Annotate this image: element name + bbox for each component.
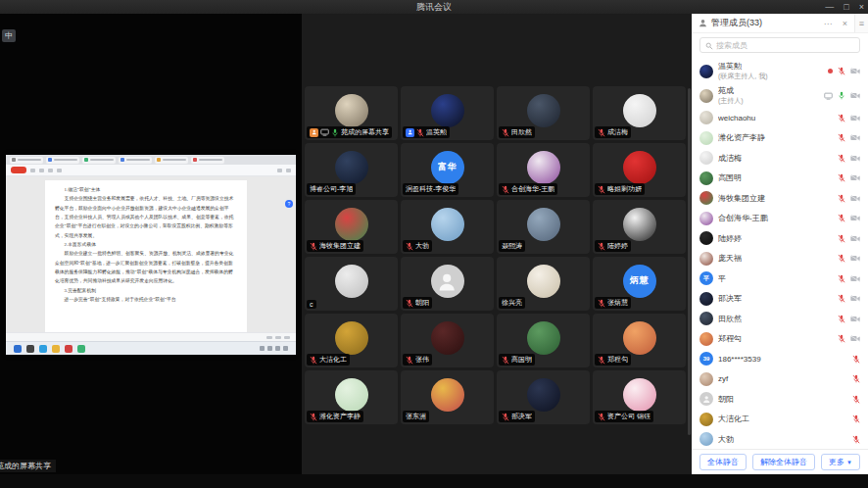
member-row[interactable]: 苑成(主持人) [692, 83, 868, 108]
member-name: zyf [718, 374, 847, 383]
video-tile[interactable]: 张伟 [401, 314, 494, 367]
member-avatar [699, 312, 713, 325]
close-button[interactable]: × [859, 0, 864, 14]
participant-avatar [527, 94, 560, 127]
video-tile[interactable]: 温英勲 [401, 86, 494, 140]
minimize-button[interactable]: — [825, 0, 834, 14]
video-tile[interactable]: 炳慧张炳慧 [593, 257, 686, 311]
member-row[interactable]: 邵决军 [692, 289, 868, 310]
participant-name: 资产公司 锦钰 [607, 412, 651, 421]
video-tile[interactable]: 略姐剩功妍 [593, 143, 686, 197]
video-tile[interactable]: 郑程勾 [593, 314, 686, 367]
video-tile[interactable]: 富华润盈科技-李俊华 [401, 143, 494, 197]
member-row[interactable]: 海牧集团立建 [692, 188, 868, 209]
chevron-down-icon: ▼ [846, 460, 852, 465]
panel-close-button[interactable]: × [840, 19, 850, 28]
mic-muted-icon [838, 254, 845, 263]
panel-menu-icon[interactable]: ≡ [854, 14, 868, 32]
member-row[interactable]: 平平 [692, 268, 868, 289]
host-badge-icon [310, 128, 318, 137]
member-row[interactable]: 温英勲(联席主持人, 我) [692, 59, 868, 83]
video-tile[interactable]: 苑成的屏幕共享 [305, 86, 398, 140]
video-tile[interactable]: c [305, 257, 398, 311]
member-name: weichaohu [718, 114, 833, 122]
tile-name-label: 略姐剩功妍 [595, 183, 645, 195]
member-avatar [699, 252, 713, 266]
grid-scrollbar[interactable] [688, 88, 691, 435]
tile-name-label: 田欣然 [499, 126, 535, 138]
windows-taskbar [6, 341, 296, 355]
system-tray [260, 346, 288, 351]
document-tab[interactable] [155, 157, 188, 164]
video-tile[interactable]: 朝阳 [401, 257, 494, 311]
taskbar-app-icon[interactable] [52, 345, 60, 353]
video-tile[interactable]: 邵决军 [497, 370, 590, 424]
member-row[interactable]: 陆婷婷 [692, 228, 868, 249]
video-tile[interactable]: 张东洲 [401, 370, 494, 424]
panel-overflow-button[interactable]: ··· [821, 19, 836, 28]
member-avatar [699, 151, 713, 165]
member-row[interactable]: 39186****3539 [692, 349, 868, 369]
bottom-strip [0, 474, 868, 488]
video-tile[interactable]: 潍化资产李静 [305, 370, 398, 424]
video-tile[interactable]: 博睿公司-李旭 [305, 143, 398, 197]
participant-name: 徐兴亮 [502, 298, 522, 308]
taskbar-app-icon[interactable] [65, 345, 72, 353]
video-tile[interactable]: 大洁化工 [305, 314, 398, 367]
member-row[interactable]: 朝阳 [692, 389, 868, 410]
member-search-box[interactable] [699, 37, 860, 53]
more-button[interactable]: 更多 ▼ [821, 454, 860, 470]
member-row[interactable]: 合创海华-王鹏 [692, 209, 868, 229]
mute-all-button[interactable]: 全体静音 [699, 454, 747, 470]
maximize-button[interactable]: □ [844, 0, 848, 14]
taskbar-app-icon[interactable] [26, 345, 34, 353]
video-tile[interactable]: 聂熙涛 [497, 200, 590, 254]
member-row[interactable]: 潍化资产李静 [692, 128, 868, 149]
member-row[interactable]: 高国明 [692, 169, 868, 189]
search-icon [705, 36, 713, 54]
toolbar-icon [48, 169, 53, 172]
document-tab[interactable] [10, 157, 43, 164]
taskbar-app-icon[interactable] [14, 345, 22, 353]
member-row[interactable]: weichaohu [692, 108, 868, 128]
camera-off-icon [850, 134, 860, 141]
video-tile[interactable]: 徐兴亮 [497, 257, 590, 311]
member-row[interactable]: 田欣然 [692, 309, 868, 329]
mic-muted-icon [310, 356, 317, 365]
document-tab[interactable] [82, 157, 116, 164]
document-tab[interactable] [119, 157, 152, 164]
member-row[interactable]: zyf [692, 369, 868, 390]
help-badge-icon[interactable]: ? [285, 200, 293, 208]
video-tile[interactable]: 陆婷婷 [593, 200, 686, 254]
camera-off-icon [850, 155, 860, 162]
document-tab[interactable] [46, 157, 79, 164]
participant-name: 大勃 [415, 241, 429, 251]
member-row[interactable]: 大勃 [692, 429, 868, 450]
participant-name: 大洁化工 [319, 355, 347, 365]
video-tile[interactable]: 成洁梅 [593, 86, 686, 140]
tile-name-label: 成洁梅 [595, 126, 631, 138]
video-tile[interactable]: 资产公司 锦钰 [593, 370, 686, 424]
member-role-label: (联席主持人, 我) [718, 72, 823, 81]
tile-name-label: 潍化资产李静 [307, 411, 363, 422]
mic-muted-icon [406, 299, 413, 308]
video-tile[interactable]: 高国明 [497, 314, 590, 367]
document-tab[interactable] [191, 157, 224, 164]
participant-avatar [335, 265, 368, 298]
member-row[interactable]: 成洁梅 [692, 148, 868, 169]
member-row[interactable]: 庞天福 [692, 249, 868, 269]
unmute-all-button[interactable]: 解除全体静音 [752, 454, 815, 470]
mic-muted-icon [598, 242, 605, 251]
member-avatar [699, 212, 713, 225]
video-tile[interactable]: 海牧集团立建 [305, 200, 398, 254]
member-row[interactable]: 郑程勾 [692, 329, 868, 350]
video-tile[interactable]: 合创海华-王鹏 [497, 143, 590, 197]
video-tile[interactable]: 大勃 [401, 200, 494, 254]
ime-indicator-badge: 中 [2, 29, 16, 42]
video-tile[interactable]: 田欣然 [497, 86, 590, 140]
taskbar-app-icon[interactable] [39, 345, 47, 353]
tile-name-label: 郑程勾 [595, 354, 631, 366]
member-row[interactable]: 大洁化工 [692, 410, 868, 430]
taskbar-app-icon[interactable] [77, 345, 85, 353]
search-input[interactable] [716, 41, 854, 50]
